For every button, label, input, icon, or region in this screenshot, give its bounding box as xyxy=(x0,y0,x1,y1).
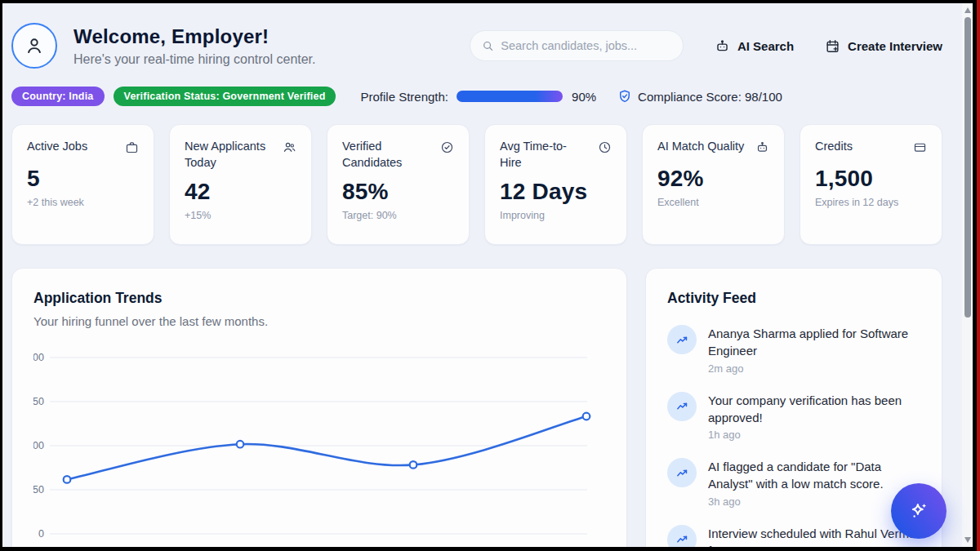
sparkles-icon xyxy=(907,500,930,522)
screen-right-edge-marker xyxy=(977,0,980,551)
scroll-down-arrow-icon[interactable] xyxy=(964,537,971,543)
topbar: Welcome, Employer! Here's your real-time… xyxy=(11,23,942,69)
stat-value: 92% xyxy=(657,166,769,192)
stat-label: New Applicants Today xyxy=(185,139,272,171)
clock-icon xyxy=(598,140,612,158)
scroll-up-arrow-icon[interactable] xyxy=(964,7,971,13)
ai-search-button[interactable]: AI Search xyxy=(715,38,794,54)
y-axis-tick-label: 450 xyxy=(33,396,44,407)
dashboard-screen: Welcome, Employer! Here's your real-time… xyxy=(2,3,973,547)
vertical-scrollbar[interactable] xyxy=(962,3,973,547)
stat-card-credits: Credits1,500Expires in 12 days xyxy=(800,124,942,245)
country-badge: Country: India xyxy=(11,87,105,106)
data-point-marker xyxy=(64,476,71,483)
calendar-plus-icon xyxy=(825,38,840,54)
create-interview-button[interactable]: Create Interview xyxy=(825,38,942,54)
stat-value: 12 Days xyxy=(500,179,612,205)
trending-up-icon xyxy=(667,325,697,354)
activity-feed-item: Interview scheduled with Rahul Verma for… xyxy=(667,525,920,547)
stat-label: Verified Candidates xyxy=(342,139,430,171)
data-point-marker xyxy=(237,441,244,448)
activity-time: 2m ago xyxy=(708,362,920,375)
scrollbar-thumb[interactable] xyxy=(964,17,971,318)
activity-feed-item: Your company verification has been appro… xyxy=(667,392,920,442)
profile-strength-bar xyxy=(457,91,563,102)
profile-strength-percent: 90% xyxy=(572,90,596,104)
user-icon xyxy=(24,35,45,56)
stat-caption: +15% xyxy=(185,210,296,221)
stat-value: 1,500 xyxy=(815,166,927,192)
stat-caption: Target: 90% xyxy=(342,210,454,221)
page-subtitle: Here's your real-time hiring control cen… xyxy=(74,52,470,67)
trend-line xyxy=(67,416,586,479)
stat-label: AI Match Quality xyxy=(657,139,744,155)
search-input[interactable] xyxy=(501,39,671,52)
verification-badge: Verification Status: Government Verified xyxy=(114,87,336,106)
stat-label: Credits xyxy=(815,139,853,155)
stat-card-new-applicants-today: New Applicants Today42+15% xyxy=(169,124,312,245)
stat-caption: Expires in 12 days xyxy=(815,197,927,208)
avatar[interactable] xyxy=(11,23,57,69)
shield-check-icon xyxy=(617,89,632,104)
search-bar xyxy=(470,30,684,61)
ai-search-label: AI Search xyxy=(737,39,794,53)
stat-label: Avg Time-to-Hire xyxy=(500,139,587,171)
bot-icon xyxy=(715,38,730,54)
activity-feed-list: Ananya Sharma applied for Software Engin… xyxy=(667,325,920,547)
activity-time: 1h ago xyxy=(708,429,920,441)
check-circle-icon xyxy=(440,140,454,158)
application-trends-card: Application Trends Your hiring funnel ov… xyxy=(11,268,627,547)
activity-text: Your company verification has been appro… xyxy=(708,392,920,427)
credit-card-icon xyxy=(913,140,927,158)
activity-text: AI flagged a candidate for "Data Analyst… xyxy=(708,458,920,493)
stat-card-verified-candidates: Verified Candidates85%Target: 90% xyxy=(327,124,470,245)
users-icon xyxy=(283,140,296,158)
compliance-score-label: Compliance Score: 98/100 xyxy=(638,90,782,104)
compliance-score: Compliance Score: 98/100 xyxy=(617,89,782,104)
y-axis-tick-label: 150 xyxy=(33,484,44,495)
stat-caption: +2 this week xyxy=(27,197,139,208)
stat-card-active-jobs: Active Jobs5+2 this week xyxy=(11,124,154,245)
briefcase-icon xyxy=(125,140,139,158)
activity-time: 3h ago xyxy=(708,495,920,508)
trending-up-icon xyxy=(667,525,697,547)
stat-value: 42 xyxy=(185,179,296,205)
stat-value: 85% xyxy=(342,179,454,205)
activity-text: Ananya Sharma applied for Software Engin… xyxy=(708,325,920,360)
stats-grid: Active Jobs5+2 this weekNew Applicants T… xyxy=(11,124,942,245)
activity-text: Interview scheduled with Rahul Verma for… xyxy=(708,525,920,547)
stat-label: Active Jobs xyxy=(27,139,87,155)
activity-feed-title: Activity Feed xyxy=(667,290,920,307)
stat-card-ai-match-quality: AI Match Quality92%Excellent xyxy=(642,124,785,245)
data-point-marker xyxy=(583,413,590,420)
bot-icon xyxy=(755,140,769,158)
ai-assistant-fab[interactable] xyxy=(891,483,947,539)
page-title: Welcome, Employer! xyxy=(74,25,470,48)
trending-up-icon xyxy=(667,458,697,487)
y-axis-tick-label: 0 xyxy=(38,528,44,540)
stat-caption: Excellent xyxy=(657,197,769,208)
y-axis-tick-label: 600 xyxy=(33,352,44,363)
activity-feed-item: AI flagged a candidate for "Data Analyst… xyxy=(667,458,920,508)
screenshot-frame: Welcome, Employer! Here's your real-time… xyxy=(0,0,980,551)
stat-caption: Improving xyxy=(500,210,612,221)
create-interview-label: Create Interview xyxy=(848,39,942,53)
application-trends-chart: 0150300450600 xyxy=(33,346,597,546)
y-axis-tick-label: 300 xyxy=(33,440,44,451)
stat-value: 5 xyxy=(27,166,139,192)
stat-card-avg-time-to-hire: Avg Time-to-Hire12 DaysImproving xyxy=(484,124,627,245)
profile-strength-label: Profile Strength: xyxy=(360,90,448,104)
activity-feed-item: Ananya Sharma applied for Software Engin… xyxy=(667,325,920,375)
status-bar: Country: India Verification Status: Gove… xyxy=(11,87,942,106)
trending-up-icon xyxy=(667,392,697,421)
chart-subtitle: Your hiring funnel over the last few mon… xyxy=(33,314,605,328)
data-point-marker xyxy=(410,461,417,469)
search-icon xyxy=(482,39,493,52)
chart-title: Application Trends xyxy=(33,290,605,307)
